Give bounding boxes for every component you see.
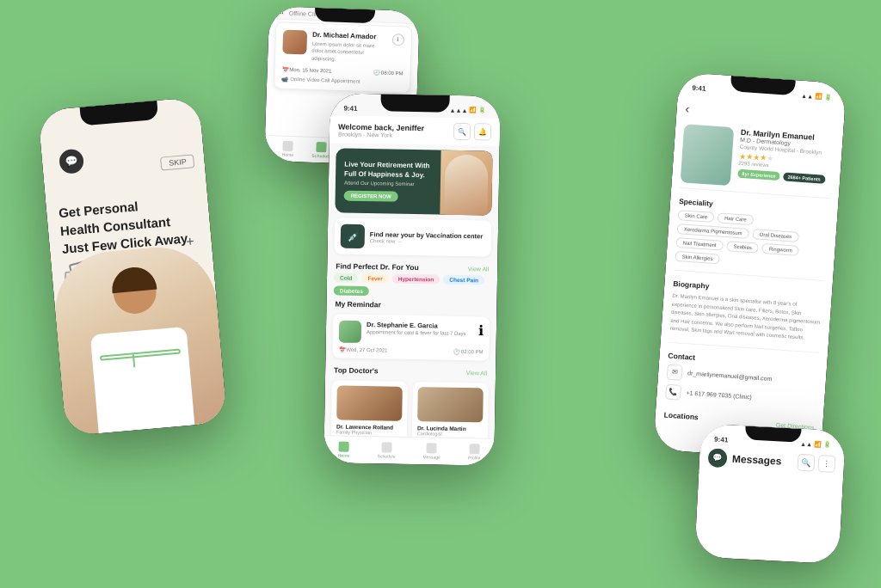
locations-title: Locations [663, 410, 699, 421]
top-doctors-title: Top Doctor's [334, 365, 379, 375]
spec-hair-care[interactable]: Hair Care [718, 212, 754, 225]
nav3-message[interactable]: Message [423, 443, 441, 459]
find-dr-title: Find Perfect Dr. For You [336, 261, 419, 272]
reminder-desc: Appointment for cold & fever for last 7 … [367, 329, 473, 336]
tag-diabetes[interactable]: Diabetes [334, 285, 369, 296]
home-header: Welcome back, Jeniffer Brooklyn - New Yo… [330, 115, 501, 145]
notch-2 [314, 8, 375, 23]
doctor-name: Dr. Michael Amador [312, 31, 387, 41]
reminder-info-icon[interactable]: ℹ [478, 322, 484, 339]
nav3-profile[interactable]: Profile [468, 444, 481, 460]
msg-more-btn[interactable]: ⋮ [817, 455, 835, 473]
vaccination-icon: 💉 [341, 224, 365, 248]
banner-title: Live Your Retirement With Full Of Happin… [344, 161, 432, 181]
reminder-avatar [339, 321, 361, 343]
back-btn[interactable]: ‹ [685, 101, 690, 115]
doctor-1-img [336, 385, 403, 420]
spec-oral[interactable]: Oral Diseases [752, 229, 798, 242]
phone-icon: 📞 [665, 384, 681, 401]
appointment-card: Dr. Michael Amador Lorem ipsum dolor sit… [274, 21, 413, 94]
biography-section: Biography Dr. Marilyn Emanuel is a skin … [661, 275, 832, 347]
appointment-type: 📹 Online Video Call Appointment [281, 76, 403, 86]
skip-button[interactable]: SKIP [161, 154, 195, 170]
spec-ringworm[interactable]: Ringworm [761, 243, 799, 256]
nav3-schedule-icon [381, 442, 391, 452]
doctor-desc: Lorem ipsum dolor sit mare dolor amet co… [311, 40, 387, 64]
spec-skin-care[interactable]: Skin Care [678, 210, 715, 223]
nav3-schedule[interactable]: Schedule [378, 442, 396, 458]
tag-cold[interactable]: Cold [334, 273, 359, 282]
info-icon[interactable]: ℹ [392, 34, 404, 46]
find-dr-view-all[interactable]: View All [468, 266, 490, 272]
nav3-home[interactable]: Home [337, 442, 349, 458]
notification-btn[interactable]: 🔔 [474, 123, 491, 140]
vaccination-card[interactable]: 💉 Find near your by Vaccination center C… [335, 217, 492, 256]
spec-skin-allergy[interactable]: Skin Allergies [675, 251, 720, 265]
phone-messages: 9:41 ▲▲ 📶 🔋 💬 Messages 🔍 ⋮ [694, 424, 846, 565]
phone-welcome: 💬 SKIP Get Personal Health Consultant Ju… [38, 97, 227, 437]
spec-xeroderma[interactable]: Xeroderma Pigmentosum [676, 224, 749, 239]
spec-nail[interactable]: Nail Treatment [675, 237, 724, 251]
doctor-illustration [51, 242, 228, 437]
phone-doctor-detail: 9:41 ▲▲ 📶 🔋 ‹ Dr. Marilyn Emanuel M.D - … [653, 72, 847, 462]
speciality-section: Speciality Skin Care Hair Care Xeroderma… [666, 193, 838, 275]
biography-text: Dr. Marilyn Emanuel is a skin specialist… [669, 292, 822, 344]
search-btn[interactable]: 🔍 [453, 123, 471, 140]
notch-3 [380, 94, 449, 112]
tag-chest-pain[interactable]: Chest Pain [443, 275, 484, 285]
schedule-nav-icon [317, 142, 327, 152]
banner-subtitle: Attend Our Upcoming Seminar [344, 180, 432, 187]
appointment-date: 📅 Mon, 15 Nov 2021 🕗 08:00 PM [282, 66, 404, 77]
banner-figure [440, 150, 492, 216]
register-btn[interactable]: REGISTER NOW [344, 190, 398, 201]
experience-badge: 8yr Experience [737, 169, 780, 181]
notch-1 [80, 101, 159, 126]
app-logo: 💬 [59, 149, 84, 175]
reminder-date-time: 📅 Wed, 27 Oct 2021 🕐 02:00 PM [339, 346, 484, 355]
doctor-hero-img [681, 124, 735, 186]
home-nav-icon [283, 141, 293, 151]
doctor-hero: Dr. Marilyn Emanuel M.D - Dermatology Co… [681, 124, 835, 193]
bottom-nav-3: Home Schedule Message Profile [323, 435, 495, 465]
phone-home: 9:41 ▲▲▲ 📶 🔋 Welcome back, Jeniffer Broo… [323, 93, 500, 465]
doctor-2-img [417, 387, 484, 422]
messages-bubble-icon: 💬 [708, 448, 728, 468]
speciality-tags: Skin Care Hair Care Xeroderma Pigmentosu… [675, 210, 829, 272]
reminder-title: My Remindar [335, 299, 381, 309]
email-icon: ✉ [667, 364, 683, 381]
tag-hypertension[interactable]: Hypertension [392, 274, 440, 285]
messages-title: Messages [732, 453, 782, 468]
phone-text: +1 617 969 7035 (Clinic) [686, 390, 752, 401]
top-doctors-view-all[interactable]: View All [466, 370, 488, 376]
nav3-message-icon [427, 443, 437, 453]
doctor-avatar [282, 30, 307, 55]
patients-badge: 2684+ Patients [783, 172, 825, 183]
tag-fever[interactable]: Fever [361, 273, 389, 284]
promo-banner: Live Your Retirement With Full Of Happin… [335, 148, 492, 215]
spec-scabies[interactable]: Scabies [726, 241, 759, 254]
email-text: dr_marilynemanuel@gmail.com [687, 371, 773, 383]
reminder-card: Dr. Stephanie E. Garcia Appointment for … [332, 314, 490, 360]
msg-search-btn[interactable]: 🔍 [797, 454, 815, 472]
nav-home[interactable]: Home [282, 141, 294, 157]
reminder-section-header: My Remindar [326, 295, 496, 313]
condition-tags: Cold Fever Hypertension Chest Pain Diabe… [327, 273, 497, 297]
nav3-profile-icon [469, 444, 479, 454]
nav3-home-icon [339, 442, 349, 452]
